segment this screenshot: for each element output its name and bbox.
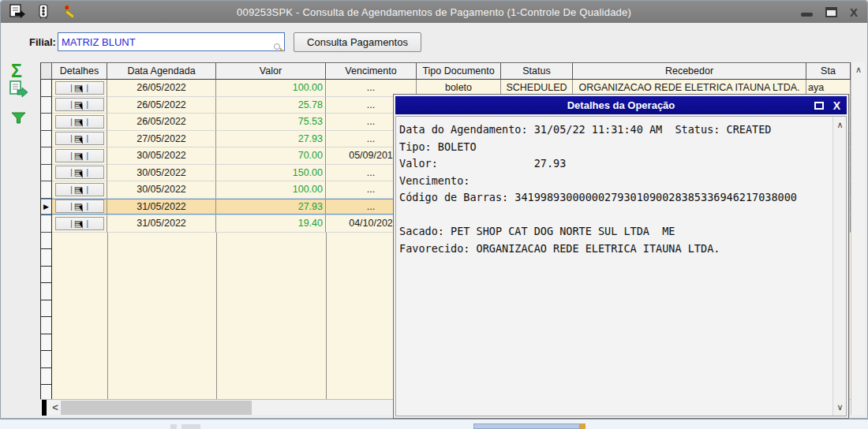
detail-line: Tipo: BOLETO — [399, 139, 830, 156]
pipe-glyph: | — [86, 100, 88, 109]
header-vencimento[interactable]: Vencimento — [326, 62, 417, 80]
row-selector-cell[interactable] — [40, 97, 52, 114]
detalhes-button[interactable]: |▤| — [55, 200, 104, 213]
background-element — [170, 424, 177, 429]
cell-data-agendada[interactable]: 26/05/2022 — [107, 97, 216, 114]
row-selector-column — [40, 233, 52, 400]
cell-valor[interactable]: 27.93 — [216, 131, 326, 148]
operation-details-text: Data do Agendamento: 31/05/22 11:31:40 A… — [399, 121, 830, 257]
detail-line: Data do Agendamento: 31/05/22 11:31:40 A… — [399, 121, 830, 139]
background-element — [473, 423, 580, 429]
vertical-scrollbar[interactable]: ∧ — [851, 62, 865, 415]
detalhes-button[interactable]: |▤| — [55, 115, 104, 129]
detail-line: Sacado: PET SHOP CAT DOG NORTE SUL LTDA … — [399, 223, 830, 241]
popup-scroll-up-arrow[interactable]: ∧ — [833, 120, 847, 130]
pipe-glyph: | — [70, 84, 73, 92]
cell-data-agendada[interactable]: 30/05/2022 — [107, 181, 216, 199]
cell-data-agendada[interactable]: 27/05/2022 — [107, 131, 216, 148]
sum-sigma-icon[interactable]: Σ — [11, 61, 22, 82]
popup-maximize-button[interactable] — [814, 102, 824, 110]
pipe-glyph: | — [86, 168, 88, 177]
detail-line: Favorecido: ORGANIZACAO REDE ELETRICA IT… — [399, 241, 830, 258]
background-element — [580, 423, 586, 429]
cell-valor[interactable]: 100.00 — [216, 80, 326, 97]
cell-valor[interactable]: 100.00 — [216, 181, 326, 199]
horizontal-scrollbar-thumb[interactable] — [61, 401, 252, 415]
row-selector-cell[interactable] — [40, 114, 52, 131]
row-selector-cell[interactable] — [40, 147, 52, 165]
cell-data-agendada[interactable]: 26/05/2022 — [107, 114, 216, 131]
detalhes-button[interactable]: |▤| — [55, 81, 104, 95]
detalhes-button[interactable]: |▤| — [55, 149, 104, 162]
grid-corner-marker — [42, 400, 47, 416]
detalhes-button[interactable]: |▤| — [55, 132, 104, 145]
popup-content: Data do Agendamento: 31/05/22 11:31:40 A… — [395, 116, 847, 416]
row-selector-cell[interactable] — [40, 181, 52, 199]
pipe-glyph: | — [70, 202, 73, 211]
search-icon — [274, 43, 280, 50]
minimize-button[interactable] — [801, 13, 813, 17]
header-recebedor[interactable]: Recebedor — [573, 62, 806, 80]
window-title: 009253SPK - Consulta de Agendamentos de … — [1, 6, 867, 18]
column-divider — [326, 233, 327, 400]
pipe-glyph: | — [86, 219, 88, 228]
cell-data-agendada[interactable]: 26/05/2022 — [107, 80, 216, 97]
row-selector-cell[interactable] — [40, 80, 52, 97]
wrench-icon[interactable] — [62, 4, 80, 20]
header-tipo-documento[interactable]: Tipo Documento — [417, 62, 501, 80]
header-valor[interactable]: Valor — [216, 62, 326, 80]
cell-valor[interactable]: 75.53 — [216, 114, 326, 131]
header-data-agendada[interactable]: Data Agendada — [107, 62, 216, 80]
cell-data-agendada[interactable]: 31/05/2022 — [107, 199, 216, 216]
pipe-glyph: | — [70, 168, 73, 177]
popup-vertical-scrollbar[interactable]: ∧ ∨ — [832, 117, 846, 416]
form-export-icon[interactable] — [9, 4, 26, 20]
pipe-glyph: | — [86, 134, 88, 143]
popup-scroll-down-arrow[interactable]: ∨ — [833, 402, 847, 412]
screen: 009253SPK - Consulta de Agendamentos de … — [0, 0, 868, 429]
pipe-glyph: | — [86, 202, 88, 211]
background-element — [181, 424, 200, 429]
traffic-light-icon[interactable] — [36, 4, 53, 20]
cell-valor[interactable]: 27.93 — [216, 199, 326, 216]
cell-valor[interactable]: 19.40 — [216, 215, 326, 233]
filial-input[interactable] — [58, 32, 285, 51]
column-divider — [107, 233, 108, 400]
popup-close-button[interactable]: X — [833, 100, 840, 111]
detail-line: Vencimento: — [399, 173, 830, 190]
detalhes-button[interactable]: |▤| — [55, 98, 104, 111]
row-indicator-icon: ▶ — [43, 203, 49, 211]
cell-data-agendada[interactable]: 30/05/2022 — [107, 165, 216, 182]
row-selector-cell[interactable] — [40, 215, 52, 233]
scroll-up-arrow[interactable]: ∧ — [851, 64, 866, 76]
filial-label: Filial: — [29, 36, 56, 48]
cell-valor[interactable]: 150.00 — [216, 165, 326, 182]
background-window-strip — [0, 419, 868, 429]
cell-data-agendada[interactable]: 30/05/2022 — [107, 147, 216, 165]
table-header-row: Detalhes Data Agendada Valor Vencimento … — [40, 62, 851, 80]
cell-valor[interactable]: 25.78 — [216, 97, 326, 114]
header-status[interactable]: Status — [501, 62, 573, 80]
cell-valor[interactable]: 70.00 — [216, 147, 326, 165]
popup-titlebar[interactable]: Detalhes da Operação X — [395, 96, 847, 114]
export-report-icon[interactable] — [9, 80, 28, 101]
main-titlebar[interactable]: 009253SPK - Consulta de Agendamentos de … — [1, 1, 867, 23]
cell-data-agendada[interactable]: 31/05/2022 — [107, 215, 216, 233]
consulta-pagamentos-button[interactable]: Consulta Pagamentos — [294, 32, 421, 52]
window-controls: X — [801, 1, 858, 23]
close-button[interactable]: X — [850, 6, 858, 18]
maximize-button[interactable] — [825, 7, 837, 17]
header-selector — [40, 62, 52, 80]
header-sta[interactable]: Sta — [806, 62, 851, 80]
detail-line: Código de Barras: 3419989300000027930109… — [399, 189, 830, 207]
row-selector-cell[interactable]: ▶ — [40, 199, 52, 216]
detail-line: Valor: 27.93 — [399, 155, 830, 173]
pipe-glyph: | — [70, 185, 73, 194]
row-selector-cell[interactable] — [40, 131, 52, 148]
detalhes-button[interactable]: |▤| — [55, 166, 104, 179]
detalhes-button[interactable]: |▤| — [55, 217, 104, 230]
row-selector-cell[interactable] — [40, 165, 52, 182]
filter-funnel-icon[interactable] — [11, 112, 27, 128]
header-detalhes[interactable]: Detalhes — [52, 62, 107, 80]
detalhes-button[interactable]: |▤| — [55, 183, 104, 196]
